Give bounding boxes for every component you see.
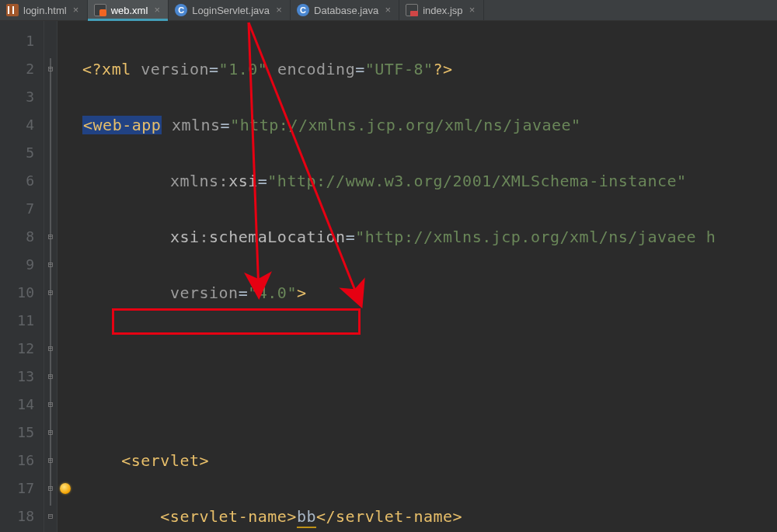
html-file-icon (6, 4, 19, 16)
xml-pi: <? (82, 60, 102, 78)
line-number: 7 (0, 195, 44, 223)
servlet-open: <servlet> (121, 451, 209, 470)
line-number: 11 (0, 307, 44, 335)
icon-gutter (57, 21, 73, 532)
servlet-name-value: bb (297, 507, 316, 528)
line-number: 3 (0, 83, 44, 111)
line-number: 15 (0, 419, 44, 447)
tab-index-jsp[interactable]: index.jsp × (399, 0, 483, 20)
line-number: 4 (0, 111, 44, 139)
fold-gutter: ⊟ ⊟ ⊟ ⊟ ⊟ ⊟ ⊟ ⊟ ⊟ ⊟ ⊟ (44, 21, 57, 532)
editor-tabbar: login.html × web.xml × LoginServlet.java… (0, 0, 777, 21)
fold-toggle-icon[interactable]: ⊟ (44, 391, 57, 419)
java-class-icon (297, 4, 309, 16)
java-class-icon (175, 4, 187, 16)
fold-toggle-icon[interactable]: ⊟ (44, 279, 57, 307)
tab-web-xml[interactable]: web.xml × (88, 0, 169, 20)
xml-file-icon (94, 4, 106, 16)
fold-end-icon[interactable]: ⊟ (44, 335, 57, 363)
code-editor[interactable]: 1 2 3 4 5 6 7 8 9 10 11 12 13 14 15 16 1… (0, 21, 777, 532)
tab-database-java[interactable]: Database.java × (291, 0, 399, 20)
fold-end-icon[interactable]: ⊟ (44, 502, 57, 530)
close-icon[interactable]: × (274, 5, 284, 15)
line-number: 13 (0, 363, 44, 391)
tab-login-html[interactable]: login.html × (0, 0, 88, 20)
line-number: 6 (0, 167, 44, 195)
close-icon[interactable]: × (152, 5, 162, 15)
line-number: 2 (0, 55, 44, 83)
close-icon[interactable]: × (383, 5, 392, 15)
tab-label: Database.java (314, 5, 378, 16)
fold-toggle-icon[interactable]: ⊟ (44, 447, 57, 475)
fold-toggle-icon[interactable]: ⊟ (44, 251, 57, 279)
fold-end-icon[interactable]: ⊟ (44, 363, 57, 391)
line-number: 16 (0, 447, 44, 475)
jsp-file-icon (406, 4, 418, 16)
line-number: 8 (0, 223, 44, 251)
tab-label: index.jsp (423, 5, 462, 16)
tab-label: LoginServlet.java (192, 5, 270, 16)
code-area[interactable]: <?xml version="1.0" encoding="UTF-8"?> <… (73, 21, 777, 532)
tab-label: web.xml (111, 5, 148, 16)
line-number: 12 (0, 335, 44, 363)
line-number: 18 (0, 502, 44, 530)
line-number: 17 (0, 475, 44, 502)
fold-toggle-icon[interactable]: ⊟ (44, 223, 57, 251)
intention-bulb-icon[interactable] (57, 475, 73, 502)
close-icon[interactable]: × (468, 5, 477, 15)
line-number-gutter: 1 2 3 4 5 6 7 8 9 10 11 12 13 14 15 16 1… (0, 21, 44, 532)
line-number: 14 (0, 391, 44, 419)
fold-end-icon[interactable]: ⊟ (44, 475, 57, 502)
fold-toggle-icon[interactable]: ⊟ (44, 55, 57, 83)
tab-label: login.html (23, 5, 67, 16)
line-number: 5 (0, 139, 44, 167)
tab-loginservlet-java[interactable]: LoginServlet.java × (169, 0, 291, 20)
close-icon[interactable]: × (71, 5, 81, 15)
fold-toggle-icon[interactable]: ⊟ (44, 419, 57, 447)
line-number: 1 (0, 27, 44, 55)
line-number: 10 (0, 279, 44, 307)
line-number: 9 (0, 251, 44, 279)
